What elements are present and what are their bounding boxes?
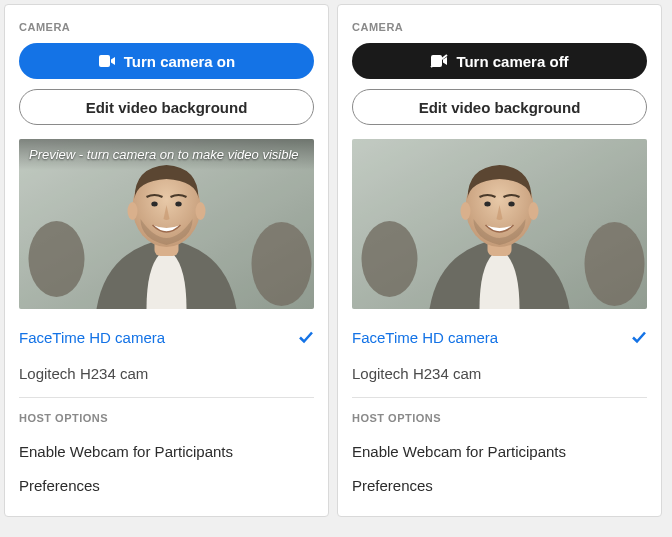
host-option-preferences[interactable]: Preferences: [352, 468, 647, 502]
divider: [352, 397, 647, 398]
svg-point-3: [252, 222, 312, 306]
edit-background-label: Edit video background: [86, 99, 248, 116]
toggle-camera-button[interactable]: Turn camera on: [19, 43, 314, 79]
camera-option-logitech[interactable]: Logitech H234 cam: [352, 355, 647, 391]
svg-point-14: [585, 222, 645, 306]
camera-preview: [352, 139, 647, 309]
camera-heading: CAMERA: [352, 21, 647, 33]
edit-background-button[interactable]: Edit video background: [352, 89, 647, 125]
check-icon: [631, 329, 647, 345]
camera-off-icon: [430, 54, 448, 68]
camera-panel-right: CAMERA Turn camera off Edit video backgr…: [337, 4, 662, 517]
host-options-heading: HOST OPTIONS: [19, 412, 314, 424]
camera-option-facetime[interactable]: FaceTime HD camera: [19, 319, 314, 355]
edit-background-button[interactable]: Edit video background: [19, 89, 314, 125]
svg-point-7: [196, 202, 206, 220]
host-option-label: Preferences: [19, 477, 100, 494]
divider: [19, 397, 314, 398]
host-option-enable-webcam[interactable]: Enable Webcam for Participants: [19, 434, 314, 468]
camera-panel-left: CAMERA Turn camera on Edit video backgro…: [4, 4, 329, 517]
svg-point-19: [484, 202, 490, 207]
svg-point-20: [508, 202, 514, 207]
toggle-camera-label: Turn camera on: [124, 53, 235, 70]
camera-option-label: FaceTime HD camera: [19, 329, 165, 346]
camera-option-label: Logitech H234 cam: [19, 365, 148, 382]
host-option-label: Enable Webcam for Participants: [352, 443, 566, 460]
host-option-preferences[interactable]: Preferences: [19, 468, 314, 502]
camera-option-label: Logitech H234 cam: [352, 365, 481, 382]
toggle-camera-button[interactable]: Turn camera off: [352, 43, 647, 79]
svg-point-8: [151, 202, 157, 207]
camera-preview: Preview - turn camera on to make video v…: [19, 139, 314, 309]
svg-point-9: [175, 202, 181, 207]
svg-point-2: [29, 221, 85, 297]
host-option-label: Preferences: [352, 477, 433, 494]
toggle-camera-label: Turn camera off: [456, 53, 568, 70]
camera-option-facetime[interactable]: FaceTime HD camera: [352, 319, 647, 355]
svg-point-17: [461, 202, 471, 220]
camera-option-label: FaceTime HD camera: [352, 329, 498, 346]
host-option-enable-webcam[interactable]: Enable Webcam for Participants: [352, 434, 647, 468]
camera-icon: [98, 54, 116, 68]
host-option-label: Enable Webcam for Participants: [19, 443, 233, 460]
edit-background-label: Edit video background: [419, 99, 581, 116]
svg-point-18: [529, 202, 539, 220]
preview-overlay-text: Preview - turn camera on to make video v…: [19, 139, 314, 170]
host-options-heading: HOST OPTIONS: [352, 412, 647, 424]
svg-point-13: [362, 221, 418, 297]
check-icon: [298, 329, 314, 345]
camera-option-logitech[interactable]: Logitech H234 cam: [19, 355, 314, 391]
camera-heading: CAMERA: [19, 21, 314, 33]
svg-point-6: [128, 202, 138, 220]
